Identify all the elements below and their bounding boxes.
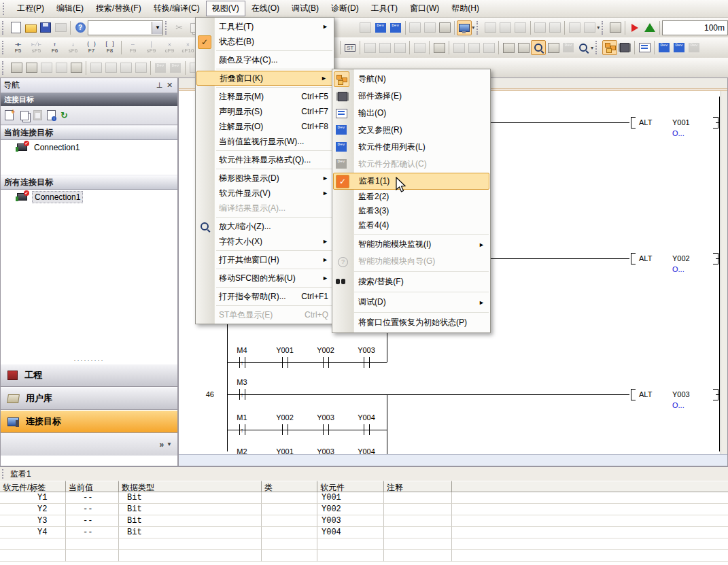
zoom-button[interactable] [576,40,591,55]
menu-item-statusbar[interactable]: ✓ 状态栏(B) [196,34,334,49]
cell-device[interactable]: Y003 [317,515,384,527]
element-selection-button[interactable] [617,40,632,55]
menu-online[interactable]: 在线(O) [245,1,285,16]
menu-item-toolbar[interactable]: 工具栏(T)► [196,19,334,34]
save-button[interactable] [38,20,53,35]
nav-button-user-library[interactable]: 用户库 [1,387,177,410]
fkey-f5-button[interactable]: ⊣⊢F5 [9,39,27,56]
close-icon[interactable]: ✕ [164,80,175,90]
toolbar-grip[interactable] [2,41,7,54]
cell-current-value[interactable]: -- [66,504,119,515]
toolbar-overflow-icon[interactable]: ▾ [591,45,593,51]
col-device-label[interactable]: 软元件/标签 [0,481,66,492]
cell-data-type[interactable]: Bit [119,504,262,515]
nav-button-project[interactable]: 工程 [1,364,177,387]
submenu-item-device-list[interactable]: Dev 软元件使用列表(L) [332,139,490,156]
cell-device[interactable]: Y004 [317,527,384,538]
menu-item-current-value-row[interactable]: 当前值监视行显示(W)... [196,134,334,149]
submenu-item-navigation[interactable]: 导航(N) [332,71,490,88]
submenu-item-reset-window-layout[interactable]: 将窗口位置恢复为初始状态(P) [332,314,490,331]
menu-item-ladder-block[interactable]: 梯形图块显示(D)► [196,171,334,186]
menubar-grip[interactable] [3,3,8,15]
nav-button-connection[interactable]: 连接目标 [1,410,177,433]
rung-insert-button[interactable] [24,61,39,75]
toolbar-grip[interactable] [165,21,169,35]
menu-tools[interactable]: 工具(T) [365,1,404,16]
cell-comment[interactable] [384,504,452,515]
menu-view[interactable]: 视图(V) [206,1,245,16]
help-button[interactable]: ? [73,20,88,35]
menu-edit[interactable]: 编辑(E) [50,1,90,16]
cell-comment[interactable] [384,527,452,538]
device-list-button[interactable]: Dev [672,40,687,55]
menu-help[interactable]: 帮助(H) [445,1,485,16]
submenu-item-watch2[interactable]: 监看2(2) [332,190,490,204]
menu-item-zoom[interactable]: 放大/缩小(Z)... [196,219,334,234]
menu-diagnostics[interactable]: 诊断(D) [325,1,365,16]
menu-item-instruction-help[interactable]: 打开指令帮助(R)...Ctrl+F1 [196,289,334,304]
watch-row[interactable]: Y4 -- Bit Y004 [0,527,728,538]
menu-item-device-display[interactable]: 软元件显示(V)► [196,186,334,201]
menu-item-colors-fonts[interactable]: 颜色及字体(C)... [196,52,334,67]
col-comment[interactable]: 注释 [384,481,452,492]
watch-grip[interactable] [2,469,6,479]
fkey-f8-button[interactable]: [ ]F8 [101,39,119,56]
menu-item-comment-display[interactable]: 注释显示(M)Ctrl+F5 [196,89,334,104]
cell-device-label[interactable]: Y2 [0,504,66,515]
toolbar-grip[interactable] [602,21,606,35]
cell-device[interactable]: Y001 [317,492,384,504]
menu-debug[interactable]: 调试(B) [285,1,325,16]
submenu-item-watch1[interactable]: ✓ 监看1(1) [333,173,489,190]
cell-data-type[interactable]: Bit [119,515,262,527]
menu-item-move-sfc-cursor[interactable]: 移动SFC图的光标(U)► [196,271,334,286]
menu-compile[interactable]: 转换/编译(C) [148,1,206,16]
menu-find-replace[interactable]: 搜索/替换(F) [90,1,148,16]
toolbar-grip[interactable] [595,41,600,54]
smart-module-button[interactable] [608,20,623,35]
chevron-down-icon[interactable]: ▼ [167,441,172,447]
property-icon[interactable] [47,110,56,120]
toolbar-grip[interactable] [2,61,7,75]
refresh-icon[interactable]: ↻ [60,110,68,120]
inline-st-button[interactable] [9,61,24,75]
device-batch-button[interactable]: Dev [388,20,403,35]
device-monitor-button[interactable]: Dev [373,20,388,35]
note-button[interactable] [437,20,452,35]
cell-data-type[interactable]: Bit [119,527,262,538]
menu-project[interactable]: 工程(P) [11,1,50,16]
cell-current-value[interactable]: -- [66,527,119,538]
monitor-mode-button[interactable] [457,20,472,35]
watch-row[interactable]: Y2 -- Bit Y002 [0,504,728,515]
submenu-item-watch3[interactable]: 监看3(3) [332,204,490,218]
toolbar-overflow-icon[interactable]: ▾ [597,24,600,31]
panel-splitter[interactable]: ········· [1,357,177,364]
cell-comment[interactable] [384,515,452,527]
ladder-edit-button[interactable] [516,40,531,55]
device-comment-edit-button[interactable] [432,40,447,55]
cell-data-type[interactable]: Bit [119,492,262,504]
submenu-item-smart-module-monitor[interactable]: 智能功能模块监视(I)► [332,236,490,253]
watch-row-empty[interactable] [0,538,728,550]
fkey-f7-button[interactable]: ( )F7 [82,39,101,56]
copy-connection-icon[interactable] [20,111,29,120]
cell-current-value[interactable]: -- [66,492,119,504]
submenu-item-debug[interactable]: 调试(D)► [332,294,490,311]
cross-reference-button[interactable]: Dev [657,40,672,55]
horizontal-scrollbar[interactable] [179,454,727,466]
cell-device-label[interactable]: Y3 [0,515,66,527]
menu-item-open-other-window[interactable]: 打开其他窗口(H)► [196,252,334,267]
connection-item[interactable]: Connection1 [1,140,177,154]
cell-device[interactable]: Y002 [317,504,384,515]
submenu-item-cross-reference[interactable]: Dev 交叉参照(R) [332,122,490,139]
ladder-branch-button[interactable] [501,40,516,55]
cell-class[interactable] [262,515,317,527]
submenu-item-output[interactable]: 输出(O) [332,105,490,122]
cell-device-label[interactable]: Y1 [0,492,66,504]
pin-icon[interactable]: ⊥ [154,80,164,90]
fkey-f6-button[interactable]: ↑F6 [46,39,64,56]
project-combo[interactable]: ▼ [88,20,163,35]
new-connection-icon[interactable] [5,110,14,120]
submenu-item-watch4[interactable]: 监看4(4) [332,218,490,233]
menu-item-text-size[interactable]: 字符大小(X)► [196,234,334,249]
submenu-item-element-selection[interactable]: 部件选择(E) [332,88,490,105]
